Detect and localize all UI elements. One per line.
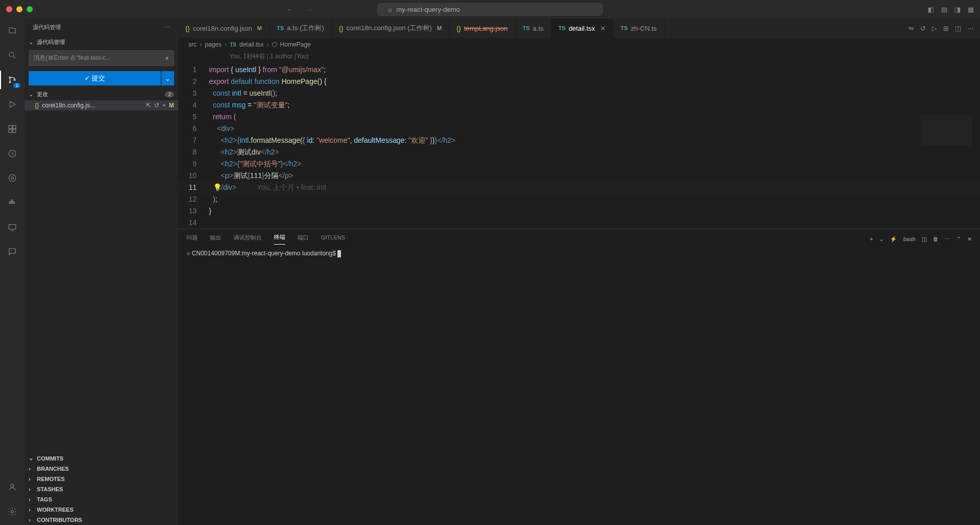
sparkle-icon[interactable]: ✦ — [164, 55, 169, 62]
terminal-type[interactable]: bash — [903, 236, 915, 242]
lightbulb-icon[interactable]: 💡 — [213, 182, 222, 193]
stage-icon[interactable]: + — [162, 102, 166, 109]
editor-area: {}corei18n.config.jsonM TSa.ts (工作树) {}c… — [178, 18, 980, 525]
terminal-type-icon: ⚡ — [890, 236, 897, 243]
panel-tab-debug[interactable]: 调试控制台 — [233, 234, 262, 245]
minimize-window[interactable] — [16, 6, 23, 12]
panel-tab-gitlens[interactable]: GITLENS — [321, 234, 345, 244]
json-icon: {} — [185, 25, 190, 32]
more-tab-icon[interactable]: ⋯ — [967, 25, 974, 32]
commit-button[interactable]: ✓ 提交 — [29, 71, 161, 85]
tab-corei18n-worktree[interactable]: {}corei18n.config.json (工作树)M — [332, 18, 450, 38]
titlebar: ← → ⌕ my-react-query-demo ◧ ▤ ◨ ▦ — [0, 0, 980, 18]
comments-icon[interactable] — [5, 245, 19, 259]
timeline-icon[interactable] — [5, 146, 19, 161]
graph-icon[interactable]: ⊞ — [943, 25, 949, 32]
changed-file-item[interactable]: {} corei18n.config.js... ⇱ ↺ + M — [25, 100, 178, 111]
close-panel-icon[interactable]: ✕ — [967, 236, 972, 243]
tab-detail-tsx[interactable]: TSdetail.tsx✕ — [551, 18, 613, 38]
panel-tab-output[interactable]: 输出 — [210, 234, 221, 245]
source-control-icon[interactable]: 1 — [5, 73, 19, 87]
commit-dropdown[interactable]: ⌄ — [161, 71, 174, 85]
history-icon[interactable]: ↺ — [920, 25, 926, 32]
commit-message-input[interactable]: 消息(⌘Enter 在"feat-test-c... ✦ — [29, 50, 174, 66]
kill-terminal-icon[interactable]: 🗑 — [933, 236, 939, 242]
breadcrumb[interactable]: src› pages› TS detail.tsx› ⬡ HomePage — [178, 38, 980, 51]
editor-tabs: {}corei18n.config.jsonM TSa.ts (工作树) {}c… — [178, 18, 980, 38]
tab-a-ts-worktree[interactable]: TSa.ts (工作树) — [270, 18, 332, 38]
codelens[interactable]: You, 1秒钟前 | 1 author (You) — [178, 51, 980, 64]
terminal[interactable]: ○ CN0014009709M:my-react-query-demo luod… — [178, 245, 980, 367]
toggle-secondary-sidebar-icon[interactable]: ◨ — [954, 6, 961, 13]
accounts-icon[interactable] — [5, 480, 19, 494]
nav-forward[interactable]: → — [306, 6, 312, 13]
split-terminal-icon[interactable]: ◫ — [922, 236, 927, 243]
customize-layout-icon[interactable]: ▦ — [968, 6, 974, 13]
run-icon[interactable]: ▷ — [932, 25, 937, 32]
symbol-icon: ⬡ — [272, 41, 277, 48]
compare-icon[interactable]: ⇋ — [908, 25, 914, 32]
extensions-icon[interactable] — [5, 122, 19, 136]
gitlens-tags[interactable]: ›TAGS — [25, 494, 178, 505]
changes-count: 2 — [165, 92, 174, 97]
scm-section-header[interactable]: ⌄ 源代码管理 — [25, 36, 178, 48]
gitlens-icon[interactable] — [5, 171, 19, 185]
json-icon: {} — [35, 102, 39, 109]
ts-icon: TS — [523, 25, 530, 31]
close-window[interactable] — [6, 6, 12, 12]
bottom-panel: 问题 输出 调试控制台 终端 端口 GITLENS +⌄ ⚡bash ◫ 🗑 ⋯… — [178, 229, 980, 367]
explorer-icon[interactable] — [5, 24, 19, 38]
close-tab-icon[interactable]: ✕ — [600, 25, 606, 32]
tab-zh-cn-ts[interactable]: TSzh-CN.ts — [613, 18, 665, 38]
svg-rect-6 — [9, 129, 12, 133]
search-icon: ⌕ — [388, 6, 392, 13]
split-icon[interactable]: ◫ — [955, 25, 961, 32]
command-center[interactable]: ⌕ my-react-query-demo — [377, 3, 603, 16]
code-editor[interactable]: 1import { useIntl } from "@umijs/max"; 2… — [178, 64, 980, 229]
gitlens-commits[interactable]: ⌄COMMITS — [25, 453, 178, 464]
remote-icon[interactable] — [5, 220, 19, 234]
changes-header[interactable]: ⌄ 更改 2 — [25, 89, 178, 100]
chevron-down-icon: ⌄ — [29, 91, 35, 98]
more-panel-icon[interactable]: ⋯ — [945, 236, 950, 243]
svg-rect-5 — [13, 125, 16, 128]
discard-icon[interactable]: ↺ — [154, 102, 159, 109]
gitlens-stashes[interactable]: ›STASHES — [25, 484, 178, 494]
gitlens-remotes[interactable]: ›REMOTES — [25, 474, 178, 484]
terminal-prompt: CN0014009709M:my-react-query-demo luodan… — [192, 250, 338, 257]
new-terminal-icon[interactable]: + — [870, 236, 873, 242]
nav-back[interactable]: ← — [287, 6, 293, 13]
svg-rect-12 — [11, 202, 13, 204]
minimap[interactable] — [921, 115, 972, 146]
panel-tabs: 问题 输出 调试控制台 终端 端口 GITLENS +⌄ ⚡bash ◫ 🗑 ⋯… — [178, 229, 980, 245]
tab-a-ts[interactable]: TSa.ts — [516, 18, 551, 38]
maximize-panel-icon[interactable]: ⌃ — [956, 236, 961, 243]
maximize-window[interactable] — [27, 6, 33, 12]
sidebar: 源代码管理 ⋯ ⌄ 源代码管理 消息(⌘Enter 在"feat-test-c.… — [25, 18, 178, 525]
chevron-right-icon: › — [29, 486, 35, 492]
gitlens-branches[interactable]: ›BRANCHES — [25, 464, 178, 474]
git-blame: You, 上个月 • feat: init — [237, 183, 326, 191]
panel-tab-terminal[interactable]: 终端 — [274, 233, 285, 245]
terminal-dropdown-icon[interactable]: ⌄ — [879, 236, 884, 243]
gitlens-contributors[interactable]: ›CONTRIBUTORS — [25, 515, 178, 525]
svg-point-17 — [11, 511, 14, 513]
nav-arrows: ← → — [287, 6, 312, 13]
panel-tab-ports[interactable]: 端口 — [297, 234, 309, 245]
search-activity-icon[interactable] — [5, 48, 19, 62]
tab-templang[interactable]: {}tempLang.json — [450, 18, 516, 38]
docker-icon[interactable] — [5, 195, 19, 210]
toggle-panel-icon[interactable]: ▤ — [941, 6, 947, 13]
run-debug-icon[interactable] — [5, 97, 19, 112]
open-file-icon[interactable]: ⇱ — [146, 102, 151, 109]
gitlens-worktrees[interactable]: ›WORKTREES — [25, 505, 178, 515]
settings-gear-icon[interactable] — [5, 505, 19, 519]
tab-actions: ⇋ ↺ ▷ ⊞ ◫ ⋯ — [902, 18, 980, 38]
toggle-primary-sidebar-icon[interactable]: ◧ — [928, 6, 934, 13]
chevron-right-icon: ⌄ — [29, 455, 35, 462]
more-icon[interactable]: ⋯ — [164, 24, 170, 31]
svg-point-16 — [11, 484, 14, 487]
layout-controls: ◧ ▤ ◨ ▦ — [928, 6, 974, 13]
tab-corei18n[interactable]: {}corei18n.config.jsonM — [178, 18, 270, 38]
panel-tab-problems[interactable]: 问题 — [186, 234, 198, 245]
